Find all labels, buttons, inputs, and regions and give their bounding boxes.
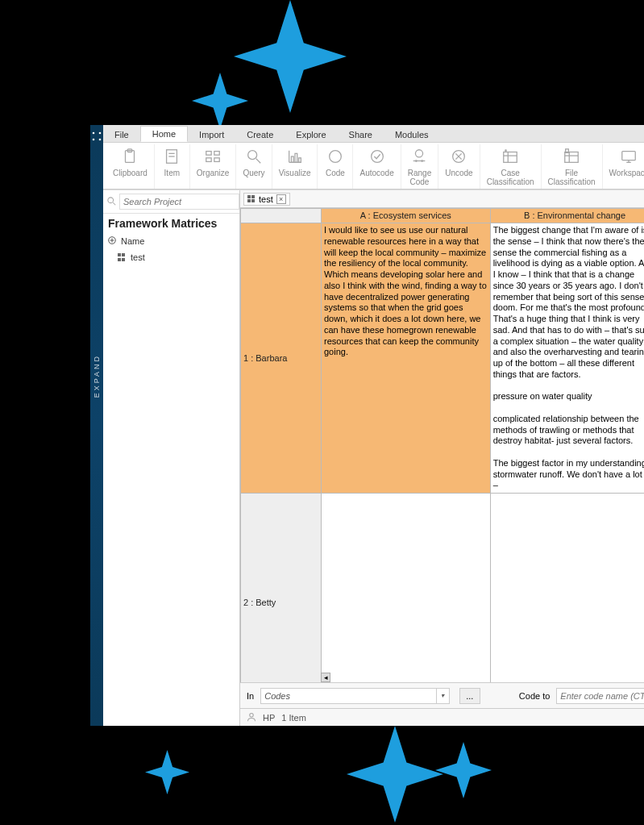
status-bar: HP 1 Item	[240, 708, 644, 726]
svg-line-41	[113, 202, 115, 205]
svg-point-25	[422, 160, 424, 162]
matrix-column-header[interactable]: A : Ecosystem services	[322, 209, 491, 223]
ribbon-workspace-button[interactable]: Workspace	[603, 144, 644, 189]
ribbon-fileclass-button[interactable]: FileClassification	[542, 144, 603, 189]
tab-modules[interactable]: Modules	[384, 127, 440, 142]
svg-rect-33	[565, 152, 579, 163]
status-user: HP	[263, 713, 275, 723]
search-icon	[106, 196, 116, 207]
expand-label: EXPAND	[93, 354, 101, 398]
svg-point-1	[99, 132, 102, 135]
ribbon: ClipboardItemOrganizeQueryVisualizeCodeA…	[103, 143, 644, 190]
svg-rect-29	[504, 152, 517, 163]
code-to-input[interactable]	[556, 688, 644, 704]
svg-point-40	[108, 198, 114, 203]
sparkle-icon	[192, 73, 248, 129]
sparkle-icon	[145, 750, 189, 794]
document-tab-label: test	[259, 194, 273, 204]
in-label: In	[247, 691, 254, 701]
svg-rect-37	[622, 152, 636, 160]
svg-point-21	[371, 151, 383, 163]
ribbon-code-button[interactable]: Code	[318, 144, 353, 189]
add-icon[interactable]	[108, 236, 116, 246]
ribbon-item-button[interactable]: Item	[155, 144, 190, 189]
tab-share[interactable]: Share	[338, 127, 384, 142]
ribbon-tabs: FileHomeImportCreateExploreShareModules	[103, 125, 644, 143]
matrix-column-header[interactable]: B : Environmental change	[490, 209, 644, 223]
app-window: EXPAND FileHomeImportCreateExploreShareM…	[90, 125, 644, 726]
search-input[interactable]	[119, 194, 239, 210]
svg-point-0	[93, 132, 95, 135]
ribbon-query-button[interactable]: Query	[236, 144, 272, 189]
svg-point-3	[99, 139, 102, 141]
close-icon[interactable]: ×	[276, 194, 286, 204]
matrix-corner	[241, 209, 322, 223]
ribbon-caseclass-button[interactable]: CaseClassification	[480, 144, 542, 189]
framework-matrix: A : Ecosystem servicesB : Environmental …	[240, 208, 644, 682]
main-panel: test × A : Ecosystem servicesB : Environ…	[240, 190, 644, 726]
launcher-icon[interactable]	[90, 130, 103, 144]
matrix-cell[interactable]	[322, 494, 491, 683]
svg-rect-10	[206, 158, 211, 162]
matrix-viewport[interactable]: A : Ecosystem servicesB : Environmental …	[240, 208, 644, 682]
svg-rect-11	[214, 152, 219, 156]
matrix-cell-text: I would like to see us use our natural r…	[324, 225, 488, 358]
tab-file[interactable]: File	[103, 127, 140, 142]
matrix-cell[interactable]	[490, 494, 644, 683]
ribbon-uncode-button[interactable]: Uncode	[438, 144, 480, 189]
svg-rect-17	[291, 156, 293, 162]
sparkle-icon	[435, 742, 492, 798]
code-bar: In ▾ ... Code to	[240, 682, 644, 708]
nav-panel: ▾ Framework Matrices Name test	[103, 190, 240, 726]
ribbon-visualize-button[interactable]: Visualize	[272, 144, 318, 189]
user-icon	[247, 712, 256, 723]
matrix-row-header[interactable]: 2 : Betty	[241, 494, 322, 683]
nav-name-label: Name	[121, 236, 144, 246]
svg-point-22	[416, 150, 423, 157]
browse-button[interactable]: ...	[459, 688, 480, 704]
svg-point-45	[250, 713, 254, 717]
document-tab[interactable]: test ×	[243, 193, 290, 206]
matrix-cell-text: The biggest change that I'm aware of is …	[493, 225, 644, 491]
svg-line-14	[256, 159, 261, 164]
document-tab-row: test ×	[240, 190, 644, 208]
nav-column-header[interactable]: Name	[103, 233, 239, 249]
svg-point-32	[505, 149, 507, 152]
matrix-cell[interactable]: I would like to see us use our natural r…	[322, 223, 491, 494]
code-to-label: Code to	[519, 691, 551, 701]
ribbon-clipboard-button[interactable]: Clipboard	[106, 144, 155, 189]
tab-home[interactable]: Home	[140, 126, 188, 142]
svg-point-2	[93, 139, 95, 141]
expand-rail[interactable]: EXPAND	[90, 125, 103, 726]
matrix-icon	[118, 253, 126, 261]
dropdown-icon[interactable]: ▾	[437, 688, 450, 704]
svg-rect-18	[295, 153, 297, 162]
nav-item-label: test	[131, 252, 145, 262]
tab-explore[interactable]: Explore	[285, 127, 337, 142]
ribbon-autocode-button[interactable]: Autocode	[353, 144, 401, 189]
svg-rect-12	[214, 158, 219, 162]
matrix-cell[interactable]: The biggest change that I'm aware of is …	[490, 223, 644, 494]
matrix-row-header[interactable]: 1 : Barbara	[241, 223, 322, 494]
svg-point-20	[330, 151, 342, 163]
svg-rect-9	[206, 152, 211, 156]
nav-item[interactable]: test	[103, 249, 239, 265]
svg-point-24	[415, 160, 418, 162]
matrix-icon	[247, 195, 256, 203]
tab-import[interactable]: Import	[188, 127, 235, 142]
svg-point-13	[248, 151, 257, 160]
sparkle-icon	[347, 726, 443, 823]
ribbon-organize-button[interactable]: Organize	[190, 144, 237, 189]
codes-input[interactable]	[260, 688, 437, 704]
svg-rect-19	[298, 158, 301, 163]
tab-create[interactable]: Create	[235, 127, 285, 142]
scroll-left-icon[interactable]: ◂	[321, 673, 330, 682]
ribbon-range-button[interactable]: RangeCode	[401, 144, 438, 189]
status-items: 1 Item	[281, 713, 306, 723]
sparkle-icon	[234, 0, 347, 113]
nav-title: Framework Matrices	[103, 214, 239, 233]
